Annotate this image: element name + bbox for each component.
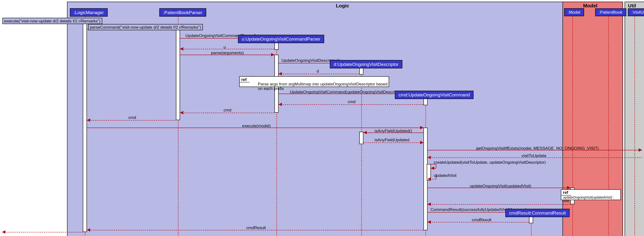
msg-return-d: d (317, 69, 319, 73)
msg-return-updated-visit: updatedVisit (434, 173, 456, 178)
participant-cmd: cmd:UpdateOngoingVisitCommand (395, 91, 474, 99)
arrow-return-cmd-2 (180, 113, 274, 113)
arrowhead-return-is-any (420, 141, 424, 144)
arrowhead-update-ongoing (567, 186, 570, 189)
msg-parse-args: parse(arguments) (211, 51, 244, 55)
msg-return-cmd-result-2: cmdResult (246, 225, 266, 230)
arrowhead-final-return (2, 230, 6, 233)
arrowhead-return-cmd-3 (87, 118, 90, 122)
arrowhead-return-cmd-result-2 (87, 228, 90, 232)
ref-parse-args: ref Parse args from argMultimap into upd… (239, 76, 389, 87)
arrowhead-parse-args (271, 53, 274, 56)
arrow-return-cmd-result-2 (87, 230, 424, 230)
logic-frame: Logic (67, 2, 623, 236)
arrowhead-return-cmd-2 (180, 111, 183, 114)
msg-return-is-any: isAnyFieldUpdated (374, 137, 410, 142)
participant-cmd-result: cmdResult:CommandResult (506, 209, 570, 217)
arrowhead-create-updated (431, 167, 434, 170)
arrowhead-return-model (428, 203, 431, 206)
arrowhead-return-cmd-result-1 (428, 220, 431, 224)
participant-patient-book-parser: :PatientBookParser (159, 8, 206, 17)
participant-u-parser: u:UpdateOngoingVisitCommandParser (238, 35, 324, 43)
arrowhead-return-u (180, 47, 183, 51)
activation-logic-manager (83, 23, 87, 232)
arrow-return-cmd-result-1 (428, 222, 529, 222)
arrowhead-return-updated-visit (428, 177, 431, 181)
msg-return-u: u (224, 45, 226, 49)
arrowhead-return-visit-to-update (428, 156, 431, 159)
logic-frame-title: Logic (333, 2, 356, 10)
participant-logic-manager: :LogicManager (70, 8, 108, 17)
msg-return-visit-to-update: visitToUpdate (522, 153, 546, 158)
activation-patient-book-parser (176, 29, 180, 120)
lifeline-visit-util (634, 16, 635, 236)
arrow-return-d (278, 74, 359, 74)
msg-return-cmd-2: cmd (224, 108, 231, 112)
arrowhead-get-ongoing (639, 148, 642, 151)
arrow-final-return (2, 232, 83, 232)
participant-patient-book: :PatientBook (595, 8, 626, 16)
ref-label-1: ref (240, 77, 253, 82)
msg-execute: execute("visit-now-update d/2 details f/… (2, 18, 102, 24)
activation-d-descriptor-2 (359, 132, 363, 144)
msg-parse-command: parseCommand("visit-now-update d/2 detai… (88, 24, 203, 30)
msg-is-any-field: isAnyFieldUpdated() (374, 128, 412, 133)
arrow-return-model (428, 204, 570, 205)
participant-d-descriptor: d:UpdateOngoingVisitDescriptor (330, 60, 402, 69)
ref-text-1: Parse args from argMultimap into updateO… (258, 82, 389, 91)
arrowhead-return-cmd-1 (278, 103, 282, 106)
participant-model: :Model (564, 8, 584, 16)
msg-create-updated: createUpdated(visitToUpdate, updateOngoi… (434, 160, 546, 164)
ref-label-2: ref (561, 190, 574, 195)
ref-text-2: updateOngoingVisit(updatedVisit) : void (563, 195, 620, 203)
msg-return-cmd-1: cmd (348, 100, 356, 104)
arrow-return-cmd-1 (278, 104, 424, 105)
msg-return-cmd-result: cmdResult (472, 217, 492, 222)
arrow-return-u (180, 49, 274, 49)
msg-update-ongoing: updateOngoingVisit(updatedVisit) (470, 183, 531, 188)
msg-execute-model: execute(model) (242, 123, 271, 128)
participant-visit-util: :VisitUtil (628, 8, 644, 16)
arrowhead-execute-model (420, 126, 424, 129)
msg-get-ongoing: getOngoingVisitIfExists(model, MESSAGE_N… (476, 146, 599, 150)
arrowhead-return-d (278, 72, 282, 75)
ref-update-ongoing: ref updateOngoingVisit(updatedVisit) : v… (561, 189, 621, 200)
msg-return-cmd-3: cmd (128, 115, 136, 120)
arrowhead-is-any-field (363, 131, 367, 134)
arrow-return-is-any (363, 142, 424, 143)
arrow-return-cmd-3 (87, 120, 176, 121)
